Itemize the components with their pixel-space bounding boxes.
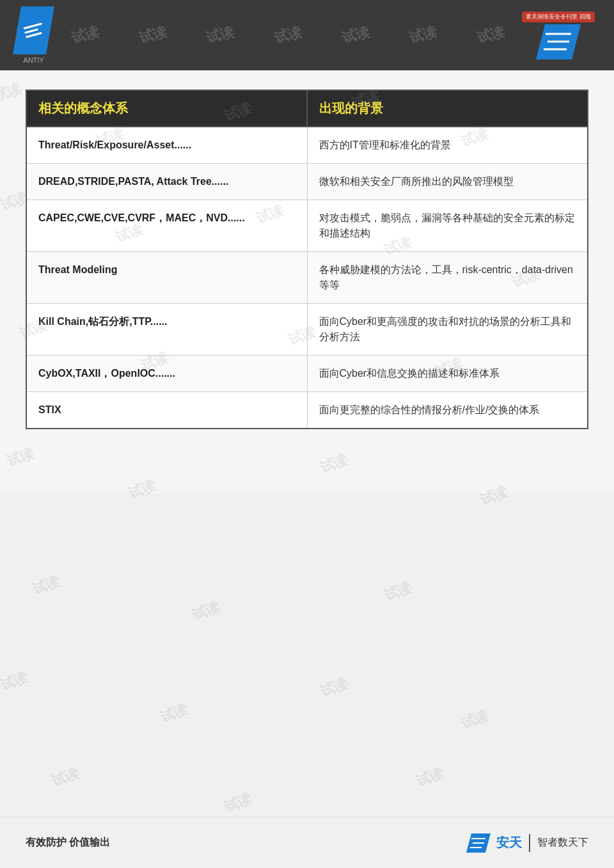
table-header-row: 相关的概念体系 出现的背景 (26, 90, 588, 127)
main-content: 相关的概念体系 出现的背景 Threat/Risk/Exposure/Asset… (0, 70, 614, 493)
footer-logo-icon (466, 833, 491, 853)
logo-lines (23, 22, 44, 38)
left-cell: STIX (26, 392, 307, 429)
table-body: Threat/Risk/Exposure/Asset......西方的IT管理和… (26, 127, 588, 429)
left-cell: Threat Modeling (26, 252, 307, 304)
footer-logo-text: 安天 (496, 834, 522, 851)
table-row: Kill Chain,钻石分析,TTP......面向Cyber和更高强度的攻击… (26, 304, 588, 356)
main-table: 相关的概念体系 出现的背景 Threat/Risk/Exposure/Asset… (26, 90, 588, 429)
right-cell: 面向Cyber和信息交换的描述和标准体系 (307, 356, 588, 392)
right-cell: 面向Cyber和更高强度的攻击和对抗的场景的分析工具和分析方法 (307, 304, 588, 356)
right-cell: 西方的IT管理和标准化的背景 (307, 127, 588, 164)
left-cell: DREAD,STRIDE,PASTA, Attack Tree...... (26, 164, 307, 200)
table-row: Threat/Risk/Exposure/Asset......西方的IT管理和… (26, 127, 588, 164)
logo-line-1 (23, 22, 42, 29)
left-cell: Kill Chain,钻石分析,TTP...... (26, 304, 307, 356)
left-cell: Threat/Risk/Exposure/Asset...... (26, 127, 307, 164)
watermark: 试读 (458, 706, 491, 733)
header: ANTIY 试读 试读 试读 试读 试读 试读 试读 素关洞络安全令刊里 四囤 (0, 0, 614, 70)
left-cell: CybOX,TAXII，OpenIOC....... (26, 356, 307, 392)
footer-slogan: 有效防护 价值输出 (26, 836, 110, 849)
footer-divider (529, 834, 530, 852)
header-watermark: 试读 (407, 22, 439, 48)
logo-text: ANTIY (23, 56, 43, 64)
left-cell: CAPEC,CWE,CVE,CVRF，MAEC，NVD...... (26, 200, 307, 252)
watermark: 试读 (0, 667, 31, 695)
table-row: Threat Modeling各种威胁建模的方法论，工具，risk-centri… (26, 252, 588, 304)
watermark: 试读 (317, 674, 350, 701)
col2-header: 出现的背景 (307, 90, 588, 127)
header-watermark: 试读 (272, 22, 304, 48)
right-cell: 面向更完整的综合性的情报分析/作业/交换的体系 (307, 392, 588, 429)
watermark: 试读 (413, 763, 446, 791)
table-row: CybOX,TAXII，OpenIOC.......面向Cyber和信息交换的描… (26, 356, 588, 392)
watermark: 试读 (221, 789, 255, 816)
logo-area: ANTIY (13, 6, 54, 64)
watermark: 试读 (157, 699, 191, 727)
right-cell: 对攻击模式，脆弱点，漏洞等各种基础的安全元素的标定和描述结构 (307, 200, 588, 252)
watermark: 试读 (381, 578, 414, 605)
right-cell: 各种威胁建模的方法论，工具，risk-centric，data-driven等等 (307, 252, 588, 304)
header-watermark: 试读 (69, 22, 101, 48)
footer-sub-text: 智者数天下 (537, 836, 588, 849)
table-row: DREAD,STRIDE,PASTA, Attack Tree......微软和… (26, 164, 588, 200)
logo-shape (13, 6, 54, 54)
watermark: 试读 (49, 763, 82, 791)
header-badge: 素关洞络安全令刊里 四囤 (522, 12, 595, 22)
header-watermark: 试读 (475, 22, 507, 48)
watermark: 试读 (29, 571, 63, 599)
table-row: CAPEC,CWE,CVE,CVRF，MAEC，NVD......对攻击模式，脆… (26, 200, 588, 252)
header-watermark: 试读 (204, 22, 236, 48)
footer: 有效防护 价值输出 安天 智者数天下 (0, 817, 614, 868)
header-watermark: 试读 (136, 22, 168, 48)
header-logo-svg (536, 24, 581, 59)
right-cell: 微软和相关安全厂商所推出的风险管理模型 (307, 164, 588, 200)
header-watermark: 试读 (340, 22, 372, 48)
footer-logo: 安天 智者数天下 (466, 833, 588, 853)
table-row: STIX面向更完整的综合性的情报分析/作业/交换的体系 (26, 392, 588, 429)
watermark: 试读 (189, 597, 223, 624)
header-right-logo: 素关洞络安全令刊里 四囤 (522, 12, 595, 59)
col1-header: 相关的概念体系 (26, 90, 307, 127)
